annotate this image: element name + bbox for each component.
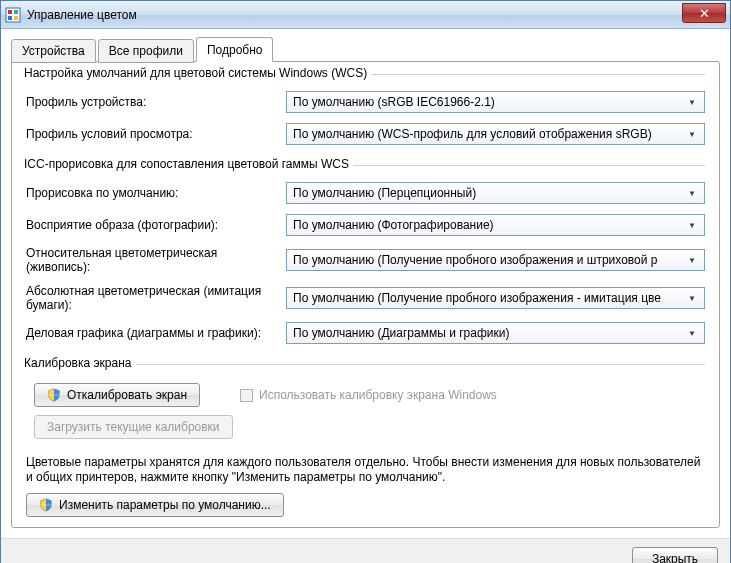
group-legend: Калибровка экрана bbox=[24, 356, 136, 370]
combo-value: По умолчанию (WCS-профиль для условий от… bbox=[293, 127, 684, 141]
label-rel-colorimetric: Относительная цветометрическая (живопись… bbox=[26, 246, 276, 274]
combo-business-graphics[interactable]: По умолчанию (Диаграммы и графики) ▼ bbox=[286, 322, 705, 344]
svg-rect-4 bbox=[14, 16, 18, 20]
svg-rect-1 bbox=[8, 10, 12, 14]
combo-viewing-conditions[interactable]: По умолчанию (WCS-профиль для условий от… bbox=[286, 123, 705, 145]
chevron-down-icon: ▼ bbox=[684, 256, 700, 265]
group-calibration: Калибровка экрана Откалибровать экран bbox=[26, 364, 705, 445]
chevron-down-icon: ▼ bbox=[684, 130, 700, 139]
use-windows-calibration-checkbox[interactable]: Использовать калибровку экрана Windows bbox=[240, 388, 497, 402]
label-abs-colorimetric: Абсолютная цветометрическая (имитация бу… bbox=[26, 284, 276, 312]
shield-icon bbox=[47, 388, 61, 402]
tab-all-profiles[interactable]: Все профили bbox=[98, 39, 194, 63]
chevron-down-icon: ▼ bbox=[684, 98, 700, 107]
combo-value: По умолчанию (Диаграммы и графики) bbox=[293, 326, 684, 340]
change-defaults-button[interactable]: Изменить параметры по умолчанию... bbox=[26, 493, 284, 517]
checkbox-icon bbox=[240, 389, 253, 402]
button-label: Закрыть bbox=[652, 552, 698, 563]
app-icon bbox=[5, 7, 21, 23]
label-viewing-conditions: Профиль условий просмотра: bbox=[26, 127, 276, 141]
load-calibrations-button: Загрузить текущие калибровки bbox=[34, 415, 233, 439]
info-text: Цветовые параметры хранятся для каждого … bbox=[26, 455, 705, 485]
combo-perceptual[interactable]: По умолчанию (Фотографирование) ▼ bbox=[286, 214, 705, 236]
combo-value: По умолчанию (sRGB IEC61966-2.1) bbox=[293, 95, 684, 109]
calibrate-button[interactable]: Откалибровать экран bbox=[34, 383, 200, 407]
dialog-footer: Закрыть bbox=[1, 538, 730, 563]
label-business-graphics: Деловая графика (диаграммы и графики): bbox=[26, 326, 276, 340]
tab-panel-advanced: Настройка умолчаний для цветовой системы… bbox=[11, 61, 720, 528]
combo-abs-colorimetric[interactable]: По умолчанию (Получение пробного изображ… bbox=[286, 287, 705, 309]
close-icon[interactable]: ✕ bbox=[682, 3, 726, 23]
combo-value: По умолчанию (Получение пробного изображ… bbox=[293, 291, 684, 305]
svg-rect-2 bbox=[14, 10, 18, 14]
titlebar: Управление цветом ✕ bbox=[1, 1, 730, 29]
group-wcs-defaults: Настройка умолчаний для цветовой системы… bbox=[26, 74, 705, 155]
svg-rect-3 bbox=[8, 16, 12, 20]
button-label: Загрузить текущие калибровки bbox=[47, 420, 220, 434]
tabstrip: Устройства Все профили Подробно bbox=[11, 37, 720, 62]
window-title: Управление цветом bbox=[27, 8, 137, 22]
tab-advanced[interactable]: Подробно bbox=[196, 37, 274, 62]
combo-value: По умолчанию (Перцепционный) bbox=[293, 186, 684, 200]
client-area: Устройства Все профили Подробно Настройк… bbox=[1, 29, 730, 538]
combo-rel-colorimetric[interactable]: По умолчанию (Получение пробного изображ… bbox=[286, 249, 705, 271]
combo-default-rendering[interactable]: По умолчанию (Перцепционный) ▼ bbox=[286, 182, 705, 204]
checkbox-label: Использовать калибровку экрана Windows bbox=[259, 388, 497, 402]
combo-value: По умолчанию (Фотографирование) bbox=[293, 218, 684, 232]
close-button[interactable]: Закрыть bbox=[632, 547, 718, 563]
chevron-down-icon: ▼ bbox=[684, 221, 700, 230]
combo-value: По умолчанию (Получение пробного изображ… bbox=[293, 253, 684, 267]
combo-device-profile[interactable]: По умолчанию (sRGB IEC61966-2.1) ▼ bbox=[286, 91, 705, 113]
group-icc-gamut: ICC-прорисовка для сопоставления цветово… bbox=[26, 165, 705, 354]
chevron-down-icon: ▼ bbox=[684, 294, 700, 303]
tab-devices[interactable]: Устройства bbox=[11, 39, 96, 63]
chevron-down-icon: ▼ bbox=[684, 329, 700, 338]
color-management-window: Управление цветом ✕ Устройства Все профи… bbox=[0, 0, 731, 563]
chevron-down-icon: ▼ bbox=[684, 189, 700, 198]
button-label: Откалибровать экран bbox=[67, 388, 187, 402]
label-device-profile: Профиль устройства: bbox=[26, 95, 276, 109]
shield-icon bbox=[39, 498, 53, 512]
button-label: Изменить параметры по умолчанию... bbox=[59, 498, 271, 512]
label-perceptual: Восприятие образа (фотографии): bbox=[26, 218, 276, 232]
group-legend: ICC-прорисовка для сопоставления цветово… bbox=[24, 157, 353, 171]
group-legend: Настройка умолчаний для цветовой системы… bbox=[24, 66, 371, 80]
label-default-rendering: Прорисовка по умолчанию: bbox=[26, 186, 276, 200]
